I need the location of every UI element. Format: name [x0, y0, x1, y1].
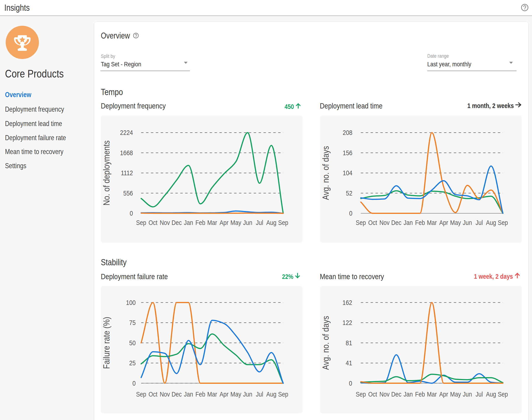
svg-text:Dec: Dec	[391, 390, 402, 398]
svg-text:Jan: Jan	[404, 390, 413, 398]
svg-text:Aug: Aug	[486, 390, 496, 398]
svg-text:Jun: Jun	[243, 390, 252, 398]
svg-text:Nov: Nov	[160, 219, 170, 226]
svg-text:Jul: Jul	[256, 390, 263, 398]
svg-text:Feb: Feb	[415, 219, 425, 226]
svg-text:104: 104	[343, 169, 353, 177]
svg-text:Apr: Apr	[439, 219, 448, 226]
svg-text:75: 75	[129, 319, 136, 326]
svg-text:Sep: Sep	[278, 390, 288, 398]
svg-text:41: 41	[346, 359, 352, 367]
svg-text:Mar: Mar	[427, 219, 437, 226]
svg-text:Sep: Sep	[498, 219, 508, 226]
svg-text:Sep: Sep	[498, 390, 508, 398]
svg-text:Oct: Oct	[368, 390, 377, 398]
svg-text:Sep: Sep	[136, 219, 146, 226]
svg-text:Aug: Aug	[266, 219, 277, 226]
svg-text:Dec: Dec	[391, 219, 402, 226]
svg-text:Jun: Jun	[463, 219, 472, 226]
svg-text:Sep: Sep	[136, 390, 146, 398]
svg-text:Dec: Dec	[172, 390, 182, 398]
svg-text:0: 0	[132, 379, 136, 387]
svg-text:Oct: Oct	[368, 219, 377, 226]
svg-text:Jun: Jun	[243, 219, 252, 226]
svg-text:Jul: Jul	[256, 219, 263, 226]
svg-text:Nov: Nov	[379, 219, 390, 226]
svg-text:Nov: Nov	[160, 390, 170, 398]
svg-text:156: 156	[343, 149, 353, 157]
svg-text:Apr: Apr	[220, 219, 229, 226]
svg-text:May: May	[450, 219, 461, 226]
svg-text:Feb: Feb	[195, 219, 205, 226]
svg-text:Aug: Aug	[266, 390, 277, 398]
svg-text:Mar: Mar	[207, 219, 217, 226]
svg-text:Jul: Jul	[476, 390, 483, 398]
svg-text:122: 122	[343, 319, 352, 326]
svg-text:Sep: Sep	[356, 390, 366, 398]
svg-text:May: May	[230, 219, 241, 226]
svg-text:Oct: Oct	[149, 219, 157, 226]
svg-text:0: 0	[349, 379, 352, 387]
svg-text:Mar: Mar	[427, 390, 437, 398]
svg-text:Jan: Jan	[184, 390, 193, 398]
svg-text:Jan: Jan	[404, 219, 413, 226]
svg-text:2224: 2224	[120, 129, 133, 136]
svg-text:Sep: Sep	[278, 219, 288, 226]
svg-text:0: 0	[349, 210, 352, 217]
svg-text:Aug: Aug	[486, 219, 496, 226]
svg-text:Jul: Jul	[476, 219, 483, 226]
svg-text:1668: 1668	[120, 149, 133, 157]
svg-text:Apr: Apr	[439, 390, 448, 398]
svg-text:No. of deployments: No. of deployments	[101, 140, 111, 206]
svg-text:Sep: Sep	[356, 219, 366, 226]
svg-text:Mar: Mar	[207, 390, 217, 398]
svg-text:25: 25	[129, 359, 136, 367]
svg-text:1112: 1112	[121, 169, 133, 177]
svg-text:Dec: Dec	[172, 219, 182, 226]
svg-text:162: 162	[343, 299, 352, 306]
svg-text:50: 50	[129, 339, 136, 347]
svg-text:Feb: Feb	[195, 390, 205, 398]
svg-text:Avg. no. of days: Avg. no. of days	[321, 316, 331, 370]
svg-text:Avg. no. of days: Avg. no. of days	[321, 146, 331, 200]
svg-text:Jun: Jun	[463, 390, 472, 398]
svg-text:556: 556	[123, 189, 133, 197]
svg-text:208: 208	[343, 129, 353, 136]
svg-text:Failure rate (%): Failure rate (%)	[101, 317, 111, 369]
svg-text:Nov: Nov	[379, 390, 390, 398]
svg-text:100: 100	[126, 299, 136, 306]
svg-text:Feb: Feb	[415, 390, 425, 398]
svg-text:Oct: Oct	[149, 390, 157, 398]
svg-text:Apr: Apr	[220, 390, 229, 398]
svg-text:81: 81	[346, 339, 352, 347]
svg-text:52: 52	[346, 189, 352, 197]
svg-text:Jan: Jan	[184, 219, 193, 226]
svg-text:May: May	[450, 390, 461, 398]
svg-text:0: 0	[130, 210, 133, 217]
svg-text:May: May	[230, 390, 241, 398]
